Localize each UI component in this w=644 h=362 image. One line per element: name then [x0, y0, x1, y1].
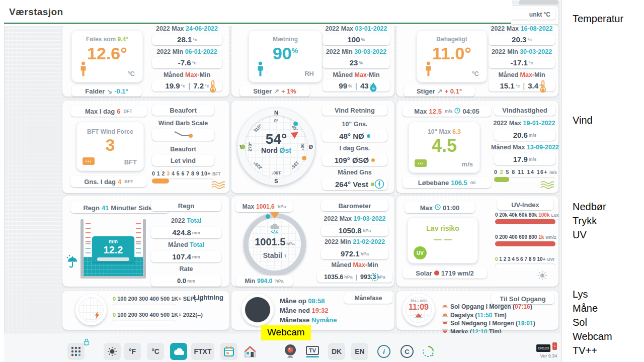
sidebar-label-tvpp: TV++ — [573, 345, 597, 356]
calendar-button[interactable] — [220, 343, 237, 360]
uvi-track — [495, 263, 555, 268]
moon-title: Månefase — [344, 293, 392, 304]
compass-marker-month — [241, 145, 246, 149]
sidebar-label-trykk: Trykk — [573, 215, 597, 227]
lux-track — [495, 219, 555, 224]
wind-barb-icon — [172, 130, 194, 140]
card-humidity[interactable]: Mætning 90% RH Stiger ↗ + 1% 2022 Max 03… — [231, 24, 394, 97]
rain-badge: mm 12.2 — [92, 236, 134, 262]
sidebar-label-uv: UV — [573, 229, 587, 241]
card-moon[interactable]: Måne op 08:58 Måne ned 19:32 Månefase Ny… — [231, 291, 394, 330]
rain-right-title: Regn — [151, 200, 221, 211]
water-drop-icon: % — [369, 82, 377, 95]
moon-info: Måne op 08:58 Måne ned 19:32 Månefase Ny… — [280, 296, 337, 325]
barometer-readout: 1001.5hPa Stabil › — [244, 223, 306, 259]
page-title: Værstasjon — [9, 7, 63, 18]
uvi-ticks: 0 1 2 3 4 5 6 7 8 9 10+UVI — [495, 256, 554, 262]
card-feels-like[interactable]: Føles som 9.4° 12.6° °C Falder ↘ -0.1° 2… — [62, 24, 229, 97]
lightning-row2-ticks: 0 100 200 300 400 500 1K+ 2022(--) — [113, 312, 203, 318]
card-wind-speed[interactable]: Max 12.5 m/s 04:05 10" Max 6.3 4.5 ››› m… — [396, 101, 558, 193]
battery-icon: CR123 — [536, 344, 550, 352]
lang-en-button[interactable]: EN — [351, 343, 368, 360]
moon-gauge — [242, 294, 274, 326]
windspeed-scale-ticks: 0 2 5 8 11 14 16+m/s — [494, 169, 557, 175]
slide: unkt °C Værstasjon Føles som 9.4° 12.6° … — [0, 0, 644, 362]
clock-icon — [454, 108, 460, 115]
windspeed-odometer-pill: Løbebane 106.5 mi — [403, 177, 491, 188]
humidity-trend-pill: Stiger ↗ + 1% — [239, 85, 310, 97]
wm-track — [495, 241, 555, 246]
humidity-unit: RH — [304, 70, 314, 77]
trend-down-icon: ↘ — [107, 87, 112, 95]
sidebar-label-nedbor: Nedbør — [573, 201, 606, 213]
home-button[interactable] — [242, 343, 259, 360]
uv-badge: UV — [414, 246, 427, 259]
celsius-button[interactable]: °C — [147, 343, 164, 360]
humidity-mini-card: Mætning 90% RH — [249, 30, 322, 82]
lang-dk-button[interactable]: DK — [328, 343, 345, 360]
comfort-mini-card: Behageligt 11.0° °C — [417, 30, 487, 82]
card-uv[interactable]: Max 01:00 Lav risiko — — UV Solar 1719 w… — [396, 196, 558, 287]
lux-ticks: 0 20k 40k 60k 80k 100kLux — [495, 212, 559, 218]
uv-right-title: UV-Index — [497, 199, 553, 210]
card-beaufort[interactable]: Max I dag 6 BFT BFT Wind Force 3 ››› BFT… — [62, 101, 229, 193]
barometer-right-title: Barometer — [321, 200, 388, 211]
comfort-unit: °C — [471, 70, 479, 77]
card-wind-direction[interactable]: N S V Ø 0° 45° 90° 135° 180° 225° 270° 3… — [231, 101, 394, 193]
webcam-button[interactable] — [282, 343, 299, 360]
sunrise-icon — [403, 312, 435, 321]
lightning-gauge — [75, 294, 107, 325]
new-moon-icon — [245, 297, 270, 322]
refresh-button[interactable] — [420, 343, 437, 360]
ftxt-button[interactable]: FTXT — [191, 343, 214, 360]
wind-waves-icon — [540, 180, 554, 191]
fahrenheit-button[interactable]: °F — [124, 343, 141, 360]
person-icon — [257, 61, 264, 78]
rain-gauge: mm 12.2 — [80, 219, 146, 279]
wind-waves-icon — [211, 180, 225, 191]
solar-dot-icon — [434, 270, 439, 276]
windspeed-label: 10" Max 6.3 — [409, 128, 480, 135]
info-button[interactable]: i — [375, 343, 392, 360]
compass-icon — [374, 179, 384, 191]
barb-pill — [152, 129, 214, 141]
weather-app-button[interactable] — [170, 343, 187, 360]
partial-card-label: unkt °C — [509, 9, 555, 20]
sidebar-label-sol: Sol — [573, 317, 587, 328]
wind-chevrons-icon: ››› — [415, 159, 427, 167]
card-rain[interactable]: Regn 41 Minutter Siden mm 12.2 Regn 2022… — [62, 196, 229, 287]
tv-button[interactable]: TV — [304, 343, 321, 360]
svg-text:%: % — [372, 87, 375, 90]
card-barometer[interactable]: Max 1001.6 hPa 1001.5hPa Stabil › Min 99… — [231, 196, 394, 287]
bft-max-pill: Max I dag 6 BFT — [70, 106, 147, 117]
humidity-value: 90% — [249, 44, 322, 63]
trend-up-icon: ↗ — [274, 87, 279, 95]
comfort-stat-min: 2022 Min 30-03-2022 -17.1°c — [487, 48, 556, 68]
brightness-button[interactable] — [104, 343, 121, 360]
card-comfort[interactable]: Behageligt 11.0° °C Stiger ↗ + 0.1° 2022… — [396, 24, 558, 97]
battery-status: CR123 + Ver 9.34 — [536, 342, 557, 358]
gauge-clock-icon — [370, 273, 379, 284]
feels-unit: °C — [127, 70, 135, 77]
top-scroll-tab[interactable] — [519, 0, 558, 5]
lightning-bolt-icon — [95, 311, 100, 321]
header-band: Værstasjon — [0, 0, 512, 26]
lightning-row2-track — [113, 320, 175, 325]
windspeed-scale-fill — [494, 177, 509, 182]
card-lightning[interactable]: 0 100 200 300 400 500 1K+ SEP(--) 0 100 … — [62, 291, 229, 330]
humidity-stat-month: Måned Max-Min 99%|43% — [321, 71, 391, 92]
bft-scale-track — [152, 178, 214, 184]
lock-icon — [84, 338, 90, 347]
wm-ticks: 0 200 400 600 800 1kwm/2 — [495, 234, 556, 240]
sun-info: Sol Opgang I Morgen (07:16) Dagslys (11:… — [442, 303, 535, 336]
apps-grid-button[interactable] — [67, 343, 85, 360]
lightning-row1-ticks: 0 100 200 300 400 500 1K+ SEP(--) — [113, 296, 201, 302]
bft-desc-label: Beaufort — [152, 146, 214, 153]
trend-up-icon: ↗ — [437, 87, 443, 95]
bft-desc-pill: Let vind — [152, 155, 214, 166]
card-sun[interactable]: hrs : min 11:09 Til Sol Opgang Sol Opgan… — [396, 291, 558, 330]
sidebar-label-webcam: Webcam — [573, 331, 612, 342]
windspeed-max-pill: Max 12.5 m/s 04:05 — [403, 106, 491, 117]
uv-solar-pill: Solar 1719 wm/2 — [403, 267, 487, 279]
copyright-button[interactable]: C — [398, 343, 416, 360]
